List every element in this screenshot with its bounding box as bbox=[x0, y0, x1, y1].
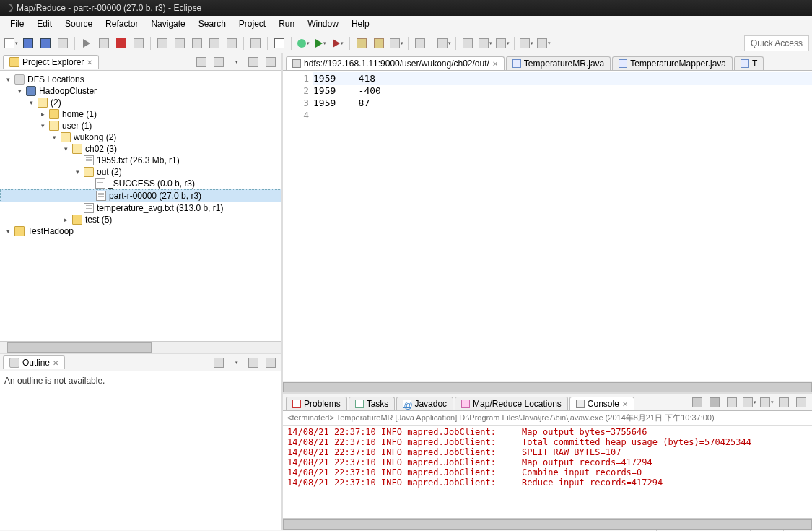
step-filter-button[interactable] bbox=[224, 35, 240, 51]
outline-menu-button[interactable] bbox=[211, 355, 227, 371]
menu-window[interactable]: Window bbox=[302, 17, 344, 31]
editor-body[interactable]: 1 2 3 4 1959 4181959 -4001959 87 bbox=[283, 71, 812, 381]
new-button[interactable]: ▾ bbox=[3, 35, 19, 51]
left-column: Project Explorer ✕ ▾ DFS Locations Hadoo… bbox=[0, 53, 283, 530]
quick-access-input[interactable]: Quick Access bbox=[744, 35, 809, 51]
folder-icon bbox=[49, 109, 59, 119]
terminate-button[interactable] bbox=[113, 35, 129, 51]
editor-tabs: hdfs://192.168.1.11:9000/user/wukong/ch0… bbox=[283, 53, 812, 71]
close-icon[interactable]: ✕ bbox=[492, 60, 498, 68]
console-description: <terminated> TemperatureMR [Java Applica… bbox=[283, 411, 812, 426]
drop-frame-button[interactable] bbox=[206, 35, 222, 51]
tree-node-1959txt[interactable]: 1959.txt (26.3 Mb, r1) bbox=[0, 155, 281, 166]
tree-node-out[interactable]: out (2) bbox=[0, 166, 281, 178]
console-minimize-button[interactable] bbox=[776, 394, 792, 410]
tab-problems[interactable]: Problems bbox=[286, 397, 347, 410]
menu-project[interactable]: Project bbox=[233, 17, 271, 31]
console-maximize-button[interactable] bbox=[793, 394, 809, 410]
menu-source[interactable]: Source bbox=[59, 17, 98, 31]
skip-breakpoints-button[interactable] bbox=[248, 35, 263, 51]
annotation-nav-button[interactable]: ▾ bbox=[477, 35, 493, 51]
outline-maximize-button[interactable] bbox=[263, 355, 279, 371]
step-over-button[interactable] bbox=[172, 35, 188, 51]
menu-refactor[interactable]: Refactor bbox=[100, 17, 144, 31]
editor-tab-t[interactable]: T bbox=[734, 56, 764, 70]
tree-node-dfs-locations[interactable]: DFS Locations bbox=[0, 74, 281, 85]
javadoc-icon: @ bbox=[403, 400, 411, 408]
main-toolbar: ▾ ▾ ▾ ▾ ▾ ▾ ▾ ▾ ▾ ▾ Quick Access bbox=[0, 33, 812, 53]
tab-mapreduce-locations[interactable]: Map/Reduce Locations bbox=[455, 397, 568, 410]
run-last-button[interactable]: ▾ bbox=[330, 35, 346, 51]
tree-node-root[interactable]: (2) bbox=[0, 97, 281, 108]
search-button[interactable]: ▾ bbox=[436, 35, 452, 51]
tree-node-part-r-00000[interactable]: part-r-00000 (27.0 b, r3) bbox=[0, 189, 281, 202]
disconnect-button[interactable] bbox=[131, 35, 147, 51]
close-icon[interactable]: ✕ bbox=[53, 359, 58, 367]
open-type-button[interactable] bbox=[412, 35, 428, 51]
outline-tab[interactable]: Outline ✕ bbox=[3, 355, 65, 369]
editor-tab-label: T bbox=[752, 59, 757, 69]
tree-node-cluster[interactable]: HadoopCluster bbox=[0, 85, 281, 97]
project-explorer-tree[interactable]: DFS Locations HadoopCluster (2) home (1)… bbox=[0, 71, 281, 341]
tree-node-success[interactable]: _SUCCESS (0.0 b, r3) bbox=[0, 178, 281, 189]
save-all-button[interactable] bbox=[38, 35, 53, 51]
resume-button[interactable] bbox=[79, 35, 95, 51]
toggle-mark-button[interactable] bbox=[460, 35, 476, 51]
tab-console[interactable]: Console✕ bbox=[569, 397, 634, 410]
menu-file[interactable]: File bbox=[4, 17, 30, 31]
view-menu-button[interactable]: ▾ bbox=[228, 54, 244, 70]
project-explorer-tab[interactable]: Project Explorer ✕ bbox=[3, 55, 99, 69]
step-return-button[interactable] bbox=[189, 35, 205, 51]
console-open-button[interactable]: ▾ bbox=[759, 394, 774, 410]
close-icon[interactable]: ✕ bbox=[87, 59, 92, 66]
print-button[interactable] bbox=[55, 35, 71, 51]
menu-run[interactable]: Run bbox=[273, 17, 300, 31]
step-into-button[interactable] bbox=[154, 35, 170, 51]
tree-node-ch02[interactable]: ch02 (3) bbox=[0, 143, 281, 155]
forward-button[interactable]: ▾ bbox=[536, 35, 551, 51]
outline-minimize-button[interactable] bbox=[245, 355, 261, 371]
editor-tab-hdfs[interactable]: hdfs://192.168.1.11:9000/user/wukong/ch0… bbox=[286, 56, 505, 70]
remove-all-button[interactable] bbox=[707, 394, 722, 410]
suspend-button[interactable] bbox=[96, 35, 112, 51]
close-icon[interactable]: ✕ bbox=[622, 400, 628, 408]
tab-javadoc[interactable]: @Javadoc bbox=[396, 397, 453, 410]
tree-node-wukong[interactable]: wukong (2) bbox=[0, 131, 281, 143]
annotation-prev-button[interactable]: ▾ bbox=[494, 35, 510, 51]
new-java-project-button[interactable] bbox=[354, 35, 370, 51]
menu-search[interactable]: Search bbox=[193, 17, 232, 31]
tab-tasks[interactable]: Tasks bbox=[349, 397, 396, 410]
tree-node-tempavg[interactable]: temperature_avg.txt (313.0 b, r1) bbox=[0, 202, 281, 214]
console-hscroll[interactable] bbox=[283, 518, 812, 530]
editor-tab-temperaturemapper[interactable]: TemperatureMapper.java bbox=[612, 56, 733, 70]
menu-navigate[interactable]: Navigate bbox=[145, 17, 191, 31]
debug-button[interactable]: ▾ bbox=[295, 35, 311, 51]
save-button[interactable] bbox=[20, 35, 36, 51]
editor-ruler bbox=[283, 71, 297, 381]
maximize-view-button[interactable] bbox=[263, 54, 279, 70]
new-package-button[interactable] bbox=[371, 35, 387, 51]
remove-launch-button[interactable] bbox=[689, 394, 705, 410]
editor-tab-temperaturemr[interactable]: TemperatureMR.java bbox=[506, 56, 611, 70]
menu-help[interactable]: Help bbox=[346, 17, 375, 31]
console-display-button[interactable]: ▾ bbox=[741, 394, 757, 410]
tree-node-home[interactable]: home (1) bbox=[0, 108, 281, 120]
tree-node-test[interactable]: test (5) bbox=[0, 214, 281, 225]
link-editor-button[interactable] bbox=[211, 54, 227, 70]
project-explorer-hscroll[interactable] bbox=[0, 341, 281, 353]
editor-hscroll[interactable] bbox=[283, 381, 812, 392]
editor-content[interactable]: 1959 4181959 -4001959 87 bbox=[313, 71, 812, 381]
java-icon bbox=[741, 59, 749, 68]
outline-view-menu[interactable]: ▾ bbox=[228, 355, 244, 371]
collapse-all-button[interactable] bbox=[193, 54, 209, 70]
console-output[interactable]: 14/08/21 22:37:10 INFO mapred.JobClient:… bbox=[283, 426, 812, 518]
new-class-button[interactable]: ▾ bbox=[388, 35, 404, 51]
menu-edit[interactable]: Edit bbox=[31, 17, 58, 31]
tree-node-testhadoop[interactable]: TestHadoop bbox=[0, 225, 281, 237]
run-button[interactable]: ▾ bbox=[313, 35, 328, 51]
console-pin-button[interactable] bbox=[724, 394, 740, 410]
open-task-button[interactable] bbox=[271, 35, 287, 51]
minimize-view-button[interactable] bbox=[245, 54, 261, 70]
back-button[interactable]: ▾ bbox=[518, 35, 534, 51]
tree-node-user[interactable]: user (1) bbox=[0, 120, 281, 131]
